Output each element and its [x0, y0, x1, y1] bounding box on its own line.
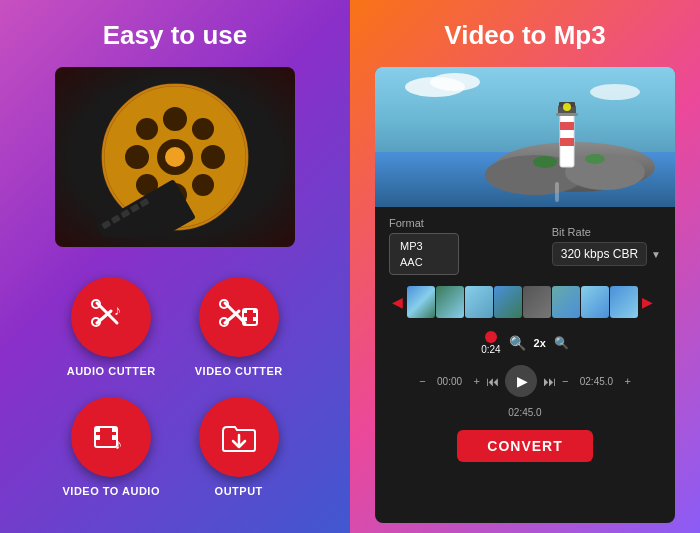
transport-minus-end[interactable]: −: [562, 375, 568, 387]
svg-point-4: [125, 145, 149, 169]
audio-cutter-button[interactable]: ♪ AUDIO CUTTER: [63, 277, 160, 377]
svg-rect-35: [112, 427, 117, 432]
video-to-audio-icon-circle: ♪: [71, 397, 151, 477]
play-icon: ▶: [517, 373, 528, 389]
svg-text:♪: ♪: [114, 302, 121, 318]
svg-rect-53: [555, 182, 559, 202]
svg-rect-31: [253, 317, 257, 321]
next-frame-icon[interactable]: ⏭: [543, 374, 556, 389]
download-folder-icon: [217, 415, 261, 459]
video-preview: [375, 67, 675, 207]
transport-plus-start[interactable]: +: [474, 375, 480, 387]
format-label: Format: [389, 217, 459, 229]
phone-screen: Format MP3 AAC Bit Rate 320 kbps CBR ▼: [375, 67, 675, 523]
timeline-thumb-6: [552, 286, 580, 318]
timeline-thumb-1: [407, 286, 435, 318]
timeline-strip: ◀ ▶: [389, 283, 661, 321]
svg-rect-50: [556, 113, 578, 116]
video-cutter-button[interactable]: VIDEO CUTTER: [190, 277, 287, 377]
right-panel: Video to Mp3: [350, 0, 700, 533]
svg-point-7: [192, 118, 214, 140]
end-time: 02:45.0: [574, 376, 618, 387]
output-icon-circle: [199, 397, 279, 477]
audio-cutter-icon-circle: ♪: [71, 277, 151, 357]
left-title: Easy to use: [103, 20, 248, 51]
zoom-in-icon[interactable]: 🔍: [509, 335, 526, 351]
timeline-right-arrow[interactable]: ▶: [639, 294, 656, 310]
svg-rect-28: [243, 309, 247, 313]
convert-button[interactable]: CONVERT: [457, 430, 592, 462]
scissors-film-icon: [217, 295, 261, 339]
film-reel-icon: [95, 77, 255, 237]
video-cutter-icon-circle: [199, 277, 279, 357]
timeline-thumb-5: [523, 286, 551, 318]
svg-point-5: [201, 145, 225, 169]
transport-controls: − 00:00 + ⏮ ▶ ⏭ − 02:45.0 +: [389, 365, 661, 397]
svg-rect-45: [560, 122, 574, 130]
svg-rect-29: [243, 317, 247, 321]
svg-point-9: [192, 174, 214, 196]
transport-plus-end[interactable]: +: [624, 375, 630, 387]
format-bitrate-row: Format MP3 AAC Bit Rate 320 kbps CBR ▼: [389, 217, 661, 275]
svg-point-6: [136, 118, 158, 140]
video-to-audio-label: VIDEO TO AUDIO: [63, 485, 160, 497]
svg-rect-30: [253, 309, 257, 313]
timeline-thumb-2: [436, 286, 464, 318]
current-time: 0:24: [481, 344, 500, 355]
start-time: 00:00: [432, 376, 468, 387]
video-to-audio-button[interactable]: ♪ VIDEO TO AUDIO: [63, 397, 160, 497]
video-cutter-label: VIDEO CUTTER: [195, 365, 283, 377]
svg-rect-46: [560, 138, 574, 146]
film-music-icon: ♪: [89, 415, 133, 459]
total-time: 02:45.0: [389, 407, 661, 418]
lighthouse-scene: [375, 67, 675, 207]
audio-cutter-label: AUDIO CUTTER: [67, 365, 156, 377]
zoom-level: 2x: [534, 337, 546, 349]
svg-point-49: [563, 103, 571, 111]
bitrate-value[interactable]: 320 kbps CBR: [552, 242, 647, 266]
controls-area: Format MP3 AAC Bit Rate 320 kbps CBR ▼: [375, 207, 675, 523]
left-panel: Easy to use: [0, 0, 350, 533]
svg-point-2: [163, 107, 187, 131]
bitrate-label: Bit Rate: [552, 226, 661, 238]
svg-rect-33: [95, 427, 100, 432]
svg-point-43: [565, 154, 645, 190]
timeline-thumb-8: [610, 286, 638, 318]
transport-minus-start[interactable]: −: [419, 375, 425, 387]
timeline-thumb-4: [494, 286, 522, 318]
zoom-row: 0:24 🔍 2x 🔍: [389, 331, 661, 355]
timeline-thumb-7: [581, 286, 609, 318]
bitrate-section: Bit Rate 320 kbps CBR ▼: [552, 226, 661, 266]
svg-rect-34: [95, 435, 100, 440]
right-title: Video to Mp3: [444, 20, 605, 51]
bitrate-dropdown-arrow[interactable]: ▼: [651, 249, 661, 260]
film-reel-container: [55, 67, 295, 247]
output-button[interactable]: OUTPUT: [190, 397, 287, 497]
timeline-thumb-3: [465, 286, 493, 318]
zoom-out-icon[interactable]: 🔍: [554, 336, 569, 350]
svg-point-55: [430, 73, 480, 91]
app-buttons-grid: ♪ AUDIO CUTTER: [63, 277, 288, 497]
svg-point-52: [585, 154, 605, 164]
svg-text:♪: ♪: [115, 436, 122, 452]
scissors-music-icon: ♪: [89, 295, 133, 339]
playhead-marker: 0:24: [481, 331, 500, 355]
output-label: OUTPUT: [215, 485, 263, 497]
prev-frame-icon[interactable]: ⏮: [486, 374, 499, 389]
play-button[interactable]: ▶: [505, 365, 537, 397]
svg-point-11: [165, 147, 185, 167]
playhead-dot[interactable]: [485, 331, 497, 343]
timeline-left-arrow[interactable]: ◀: [389, 294, 406, 310]
format-option-mp3[interactable]: MP3: [394, 238, 454, 254]
svg-point-51: [533, 156, 557, 168]
format-dropdown-expanded[interactable]: MP3 AAC: [389, 233, 459, 275]
svg-point-56: [590, 84, 640, 100]
format-option-aac[interactable]: AAC: [394, 254, 454, 270]
format-section: Format MP3 AAC: [389, 217, 459, 275]
